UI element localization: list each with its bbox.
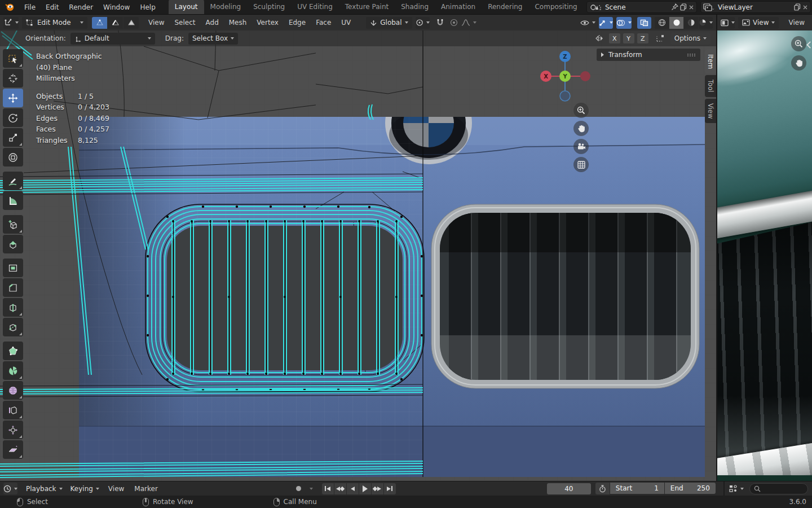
viewlayer-name[interactable]: ViewLayer: [714, 3, 763, 11]
tab-tool[interactable]: Tool: [705, 75, 716, 97]
rendered-shading-icon[interactable]: [699, 17, 713, 29]
blender-logo-icon[interactable]: [5, 3, 15, 11]
menu-face[interactable]: Face: [311, 19, 336, 27]
gizmos-toggle-icon[interactable]: [599, 17, 613, 29]
collapse-arrow-icon[interactable]: [807, 42, 811, 49]
tab-rendering[interactable]: Rendering: [482, 0, 528, 14]
tab-sculpting[interactable]: Sculpting: [247, 0, 291, 14]
play-reverse-button[interactable]: [347, 483, 359, 494]
viewlayer-browse-icon[interactable]: [703, 3, 714, 11]
wireframe-shading-icon[interactable]: [655, 17, 669, 29]
unlink-scene-icon[interactable]: [689, 5, 694, 10]
playback-menu[interactable]: Playback: [22, 483, 67, 494]
poly-build-tool[interactable]: [3, 341, 23, 360]
spin-tool[interactable]: [3, 361, 23, 380]
edge-slide-tool[interactable]: [3, 401, 23, 419]
orientation-setting-dropdown[interactable]: Default: [70, 33, 155, 45]
scene-name[interactable]: Scene: [602, 3, 650, 11]
pan-hand-icon[interactable]: [573, 121, 589, 136]
xray-toggle-icon[interactable]: [637, 17, 651, 29]
proportional-editing-icon[interactable]: [447, 17, 461, 29]
gizmo-x-neg-axis[interactable]: [580, 71, 590, 81]
tweak-select-tool[interactable]: [3, 49, 23, 68]
shear-tool[interactable]: [3, 440, 23, 459]
drag-setting-dropdown[interactable]: Select Box: [188, 33, 238, 45]
tab-texture-paint[interactable]: Texture Paint: [339, 0, 395, 14]
play-button[interactable]: [359, 483, 371, 494]
knife-tool[interactable]: [3, 318, 23, 336]
tab-layout[interactable]: Layout: [169, 0, 204, 14]
visibility-eye-icon[interactable]: [580, 17, 595, 29]
jump-to-start-button[interactable]: [322, 483, 334, 494]
menu-uv[interactable]: UV: [336, 19, 356, 27]
current-frame-field[interactable]: 40: [547, 483, 591, 494]
timeline-marker-menu[interactable]: Marker: [129, 485, 162, 493]
falloff-curve-icon[interactable]: [461, 17, 476, 29]
options-dropdown[interactable]: Options: [670, 33, 710, 45]
edge-select-icon[interactable]: [108, 17, 123, 29]
image-browse-dropdown[interactable]: View: [738, 17, 779, 29]
auto-keying-record-icon[interactable]: [292, 483, 306, 494]
face-select-icon[interactable]: [123, 17, 139, 29]
orientation-dropdown[interactable]: Global: [366, 17, 412, 29]
move-tool[interactable]: [3, 89, 23, 107]
menu-mesh[interactable]: Mesh: [224, 19, 252, 27]
vertex-select-icon[interactable]: [92, 17, 107, 29]
annotate-tool[interactable]: [3, 172, 23, 190]
image-menu-image[interactable]: Image: [810, 19, 812, 27]
search-field[interactable]: [749, 483, 808, 494]
image-menu-view[interactable]: View: [783, 19, 809, 27]
snap-target-icon[interactable]: [656, 34, 664, 42]
timeline-view-menu[interactable]: View: [103, 485, 129, 493]
viewport-3d[interactable]: Z X Y Orientation: Default Drag: Select …: [0, 30, 717, 481]
remove-viewlayer-icon[interactable]: [802, 5, 808, 10]
image-editor-type-icon[interactable]: [721, 17, 735, 29]
previous-keyframe-button[interactable]: [334, 483, 346, 494]
transform-tool[interactable]: [3, 148, 23, 167]
tab-compositing[interactable]: Compositing: [528, 0, 583, 14]
tab-uv-editing[interactable]: UV Editing: [291, 0, 339, 14]
new-scene-icon[interactable]: [680, 3, 687, 11]
menu-select[interactable]: Select: [169, 19, 200, 27]
image-pan-hand-icon[interactable]: [791, 55, 806, 71]
menu-render[interactable]: Render: [64, 0, 98, 15]
grille-mesh-object[interactable]: [145, 204, 424, 392]
tab-shading[interactable]: Shading: [395, 0, 435, 14]
menu-vertex[interactable]: Vertex: [251, 19, 284, 27]
solid-shading-icon[interactable]: [669, 17, 683, 29]
measure-tool[interactable]: [3, 191, 23, 210]
rotate-tool[interactable]: [3, 108, 23, 127]
menu-edge[interactable]: Edge: [284, 19, 311, 27]
pivot-point-icon[interactable]: [416, 17, 430, 29]
bevel-tool[interactable]: [3, 278, 23, 297]
overlays-toggle-icon[interactable]: [616, 17, 632, 29]
tab-animation[interactable]: Animation: [435, 0, 482, 14]
end-frame-field[interactable]: End 250: [665, 483, 716, 494]
tab-modeling[interactable]: Modeling: [204, 0, 248, 14]
tab-view[interactable]: View: [705, 99, 716, 123]
start-frame-field[interactable]: Start 1: [610, 483, 664, 494]
pin-icon[interactable]: [671, 3, 678, 11]
scene-browse-icon[interactable]: [589, 3, 602, 11]
keying-menu[interactable]: Keying: [67, 483, 103, 494]
transform-panel-header[interactable]: Transform: [597, 49, 700, 61]
zoom-icon[interactable]: [573, 103, 589, 118]
gizmo-z-neg-axis[interactable]: [560, 91, 570, 101]
extrude-region-tool[interactable]: [3, 235, 23, 253]
mirror-z-button[interactable]: Z: [637, 33, 648, 43]
mode-dropdown[interactable]: Edit Mode: [22, 17, 87, 29]
scale-tool[interactable]: [3, 128, 23, 147]
search-input[interactable]: [764, 485, 803, 493]
next-keyframe-button[interactable]: [372, 483, 383, 494]
shrink-fatten-tool[interactable]: [3, 421, 23, 439]
material-preview-icon[interactable]: [684, 17, 698, 29]
inset-faces-tool[interactable]: [3, 259, 23, 277]
mirror-y-button[interactable]: Y: [623, 33, 634, 43]
snap-magnet-icon[interactable]: [433, 17, 447, 29]
outliner-editor-type-icon[interactable]: [729, 483, 744, 494]
mirror-x-button[interactable]: X: [609, 33, 620, 43]
jump-to-end-button[interactable]: [384, 483, 396, 494]
menu-edit[interactable]: Edit: [41, 0, 64, 15]
menu-help[interactable]: Help: [135, 0, 160, 15]
menu-view[interactable]: View: [143, 19, 169, 27]
